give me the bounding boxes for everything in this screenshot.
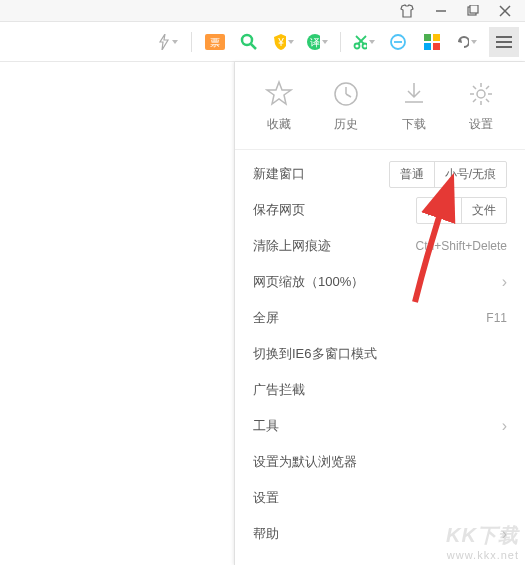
svg-text:译: 译 [310, 37, 320, 48]
apps-icon[interactable] [421, 31, 443, 53]
svg-line-8 [251, 44, 256, 49]
menu-ie6-mode[interactable]: 切换到IE6多窗口模式 [235, 336, 525, 372]
menu-settings-label: 设置 [253, 489, 279, 507]
save-page-file[interactable]: 文件 [462, 198, 506, 223]
undo-icon[interactable] [455, 31, 477, 53]
menu-list: 新建窗口 普通 小号/无痕 保存网页 图片 文件 清除上网痕迹 Ctrl+Shi… [235, 150, 525, 558]
menu-fullscreen-label: 全屏 [253, 309, 279, 327]
menu-adblock-label: 广告拦截 [253, 381, 305, 399]
history-button[interactable]: 历史 [332, 80, 360, 133]
favorites-label: 收藏 [267, 116, 291, 133]
svg-rect-18 [424, 34, 431, 41]
clock-icon [332, 80, 360, 108]
mute-icon[interactable] [387, 31, 409, 53]
download-icon [400, 80, 428, 108]
menu-help-label: 帮助 [253, 525, 279, 543]
settings-button[interactable]: 设置 [467, 80, 495, 133]
save-page-image[interactable]: 图片 [417, 198, 462, 223]
svg-line-27 [346, 94, 351, 97]
hamburger-menu-button[interactable] [489, 27, 519, 57]
close-icon[interactable] [499, 5, 511, 17]
history-label: 历史 [334, 116, 358, 133]
settings-label: 设置 [469, 116, 493, 133]
svg-rect-19 [433, 34, 440, 41]
menu-new-window[interactable]: 新建窗口 普通 小号/无痕 [235, 156, 525, 192]
search-icon[interactable] [238, 31, 260, 53]
downloads-button[interactable]: 下载 [400, 80, 428, 133]
menu-help[interactable]: 帮助 › [235, 516, 525, 552]
star-icon [265, 80, 293, 108]
toolbar: 票 ¥ 译 [0, 22, 525, 62]
menu-tools[interactable]: 工具 › [235, 408, 525, 444]
shirt-icon[interactable] [399, 4, 415, 18]
clear-traces-shortcut: Ctrl+Shift+Delete [416, 239, 507, 253]
new-window-normal[interactable]: 普通 [390, 162, 435, 187]
menu-zoom-label: 网页缩放（100%） [253, 273, 364, 291]
svg-rect-2 [470, 5, 478, 13]
ticket-icon[interactable]: 票 [204, 31, 226, 53]
gear-icon [467, 80, 495, 108]
chevron-right-icon: › [502, 273, 507, 291]
svg-text:¥: ¥ [277, 37, 284, 48]
menu-tools-label: 工具 [253, 417, 279, 435]
maximize-icon[interactable] [467, 5, 479, 17]
svg-point-28 [477, 90, 485, 98]
new-window-options: 普通 小号/无痕 [389, 161, 507, 188]
shield-icon[interactable]: ¥ [272, 31, 294, 53]
menu-ie6-label: 切换到IE6多窗口模式 [253, 345, 377, 363]
chevron-right-icon: › [502, 525, 507, 543]
save-page-options: 图片 文件 [416, 197, 507, 224]
menu-new-window-label: 新建窗口 [253, 165, 305, 183]
flash-icon[interactable] [157, 31, 179, 53]
window-titlebar [0, 0, 525, 22]
menu-adblock[interactable]: 广告拦截 [235, 372, 525, 408]
menu-zoom[interactable]: 网页缩放（100%） › [235, 264, 525, 300]
scissors-icon[interactable] [353, 31, 375, 53]
minimize-icon[interactable] [435, 5, 447, 17]
favorites-button[interactable]: 收藏 [265, 80, 293, 133]
svg-rect-20 [424, 43, 431, 50]
main-menu-panel: 收藏 历史 下载 设置 新建窗口 普通 小号/无痕 保存网页 图片 文件 [234, 62, 525, 565]
downloads-label: 下载 [402, 116, 426, 133]
chevron-right-icon: › [502, 417, 507, 435]
menu-set-default-label: 设置为默认浏览器 [253, 453, 357, 471]
menu-save-page[interactable]: 保存网页 图片 文件 [235, 192, 525, 228]
menu-clear-traces-label: 清除上网痕迹 [253, 237, 331, 255]
menu-set-default[interactable]: 设置为默认浏览器 [235, 444, 525, 480]
fullscreen-shortcut: F11 [486, 311, 507, 325]
new-window-private[interactable]: 小号/无痕 [435, 162, 506, 187]
menu-fullscreen[interactable]: 全屏 F11 [235, 300, 525, 336]
translate-icon[interactable]: 译 [306, 31, 328, 53]
svg-rect-21 [433, 43, 440, 50]
menu-clear-traces[interactable]: 清除上网痕迹 Ctrl+Shift+Delete [235, 228, 525, 264]
quick-access-row: 收藏 历史 下载 设置 [235, 62, 525, 150]
svg-point-7 [242, 35, 252, 45]
svg-text:票: 票 [210, 37, 220, 48]
menu-settings[interactable]: 设置 [235, 480, 525, 516]
menu-save-page-label: 保存网页 [253, 201, 305, 219]
